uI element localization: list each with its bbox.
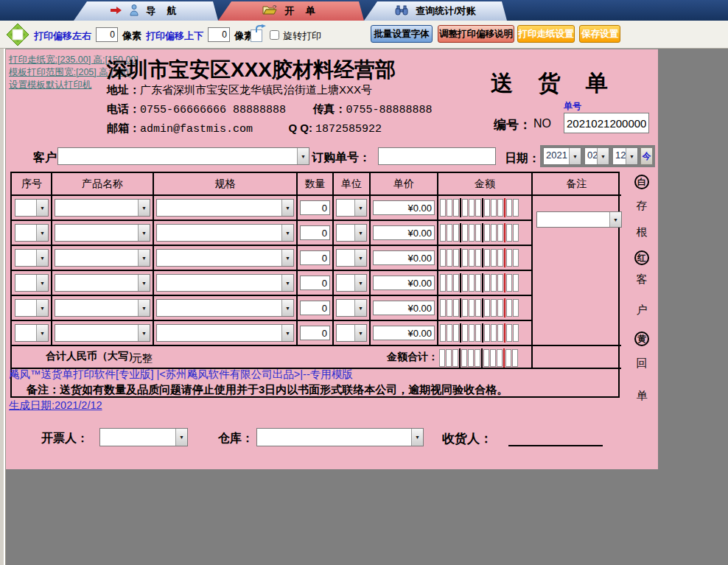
row2-price-input[interactable] <box>373 225 435 240</box>
chevron-down-icon[interactable]: ▼ <box>36 200 48 216</box>
chevron-down-icon[interactable]: ▼ <box>36 275 48 291</box>
batch-font-button[interactable]: 批量设置字体 <box>371 25 433 43</box>
chevron-down-icon[interactable]: ▼ <box>281 250 293 266</box>
row1-product-combobox[interactable]: ▼ <box>55 199 150 217</box>
offset-ud-input[interactable] <box>208 27 230 42</box>
row6-product-combobox[interactable]: ▼ <box>55 324 150 342</box>
money-cell <box>453 324 459 342</box>
remark-combobox[interactable]: ▼ <box>536 211 622 228</box>
chevron-down-icon[interactable]: ▼ <box>138 325 150 341</box>
row4-price-input[interactable] <box>373 276 435 290</box>
row6-qty-input[interactable] <box>300 326 330 340</box>
row6-price-input[interactable] <box>373 326 435 340</box>
chevron-down-icon[interactable]: ▼ <box>354 200 366 216</box>
row4-unit-combobox[interactable]: ▼ <box>336 274 367 292</box>
chevron-down-icon[interactable]: ▼ <box>36 300 48 316</box>
row5-price-input[interactable] <box>373 301 435 315</box>
row5-qty-input[interactable] <box>300 301 330 315</box>
chevron-down-icon[interactable]: ▼ <box>138 200 150 216</box>
row4-seq-combobox[interactable]: ▼ <box>15 274 49 292</box>
row1-unit-combobox[interactable]: ▼ <box>336 199 367 217</box>
row6-unit-combobox[interactable]: ▼ <box>336 324 367 342</box>
today-button[interactable]: 今 <box>640 147 653 165</box>
chevron-down-icon[interactable]: ▼ <box>281 300 293 316</box>
chevron-down-icon[interactable]: ▼ <box>411 429 423 446</box>
row3-seq-combobox[interactable]: ▼ <box>15 249 49 267</box>
chevron-down-icon[interactable]: ▼ <box>36 250 48 266</box>
date-label: 日期： <box>505 151 540 166</box>
row5-seq-combobox[interactable]: ▼ <box>15 299 49 317</box>
open-folder-icon <box>262 4 277 18</box>
chevron-down-icon[interactable]: ▼ <box>297 148 309 164</box>
chevron-down-icon[interactable]: ▼ <box>354 250 366 266</box>
row5-product-combobox[interactable]: ▼ <box>55 299 150 317</box>
row2-spec-combobox[interactable]: ▼ <box>156 224 294 242</box>
row2-product-combobox[interactable]: ▼ <box>55 224 150 242</box>
row4-product-combobox[interactable]: ▼ <box>55 274 150 292</box>
row5-spec-combobox[interactable]: ▼ <box>156 299 294 317</box>
row2-seq-combobox[interactable]: ▼ <box>15 224 49 242</box>
row3-spec-combobox[interactable]: ▼ <box>156 249 294 267</box>
chevron-down-icon[interactable]: ▼ <box>281 225 293 241</box>
doc-no-input[interactable] <box>564 113 649 133</box>
row1-spec-combobox[interactable]: ▼ <box>156 199 294 217</box>
rotate-print-checkbox[interactable] <box>270 30 279 40</box>
fax-label: 传真： <box>312 102 346 115</box>
qq-value: 1872585922 <box>315 123 382 136</box>
tab-billing[interactable]: 开 单 <box>218 1 364 21</box>
row4-qty-input[interactable] <box>300 276 330 290</box>
chevron-down-icon[interactable]: ▼ <box>281 325 293 341</box>
chevron-down-icon[interactable]: ▼ <box>138 275 150 291</box>
row5-unit-combobox[interactable]: ▼ <box>336 299 367 317</box>
set-default-printer-link[interactable]: 设置模板默认打印机 <box>9 79 92 91</box>
money-cell <box>505 349 511 367</box>
row6-spec-combobox[interactable]: ▼ <box>156 324 294 342</box>
chevron-down-icon[interactable]: ▼ <box>354 225 366 241</box>
chevron-down-icon[interactable]: ▼ <box>36 225 48 241</box>
date-year-dropdown[interactable]: 2021 ▼ <box>543 147 581 165</box>
money-cell <box>447 249 452 267</box>
row4-spec-combobox[interactable]: ▼ <box>156 274 294 292</box>
chevron-down-icon[interactable]: ▼ <box>354 275 366 291</box>
row2-unit-combobox[interactable]: ▼ <box>336 224 367 242</box>
offset-lr-input[interactable] <box>96 27 118 42</box>
po-number-input[interactable] <box>378 147 496 165</box>
row1-qty-input[interactable] <box>300 200 330 215</box>
chevron-down-icon[interactable]: ▼ <box>281 275 293 291</box>
warehouse-combobox[interactable]: ▼ <box>256 428 424 446</box>
customer-combobox[interactable]: ▼ <box>57 147 309 165</box>
money-cell <box>491 224 497 242</box>
row3-unit-combobox[interactable]: ▼ <box>336 249 367 267</box>
chevron-down-icon[interactable]: ▼ <box>36 325 48 341</box>
chevron-down-icon[interactable]: ▼ <box>281 200 293 216</box>
chevron-down-icon[interactable]: ▼ <box>354 300 366 316</box>
chevron-down-icon[interactable]: ▼ <box>569 148 581 164</box>
row3-product-combobox[interactable]: ▼ <box>55 249 150 267</box>
row3-price-input[interactable] <box>373 250 435 265</box>
tab-navigation[interactable]: 导 航 <box>74 1 218 21</box>
chevron-down-icon[interactable]: ▼ <box>138 300 150 316</box>
doc-title: 送 货 单 <box>491 69 617 99</box>
chevron-down-icon[interactable]: ▼ <box>354 325 366 341</box>
row2-qty-input[interactable] <box>300 225 330 240</box>
money-group-divider <box>482 248 483 267</box>
row1-price-input[interactable] <box>373 200 435 215</box>
date-month-dropdown[interactable]: 02 ▼ <box>584 147 609 165</box>
chevron-down-icon[interactable]: ▼ <box>138 250 150 266</box>
tab-query-stats[interactable]: 查询统计/对账 <box>364 1 507 21</box>
paper-feed-settings-button[interactable]: 打印走纸设置 <box>517 25 575 43</box>
date-day-dropdown[interactable]: 12 ▼ <box>612 147 638 165</box>
money-yuan-divider <box>503 348 505 368</box>
chevron-down-icon[interactable]: ▼ <box>609 212 621 227</box>
chevron-down-icon[interactable]: ▼ <box>597 148 609 164</box>
row1-seq-combobox[interactable]: ▼ <box>15 199 49 217</box>
save-settings-button[interactable]: 保存设置 <box>579 25 620 43</box>
chevron-down-icon[interactable]: ▼ <box>138 225 150 241</box>
generated-date-link[interactable]: 生成日期:2021/2/12 <box>9 399 102 413</box>
drawer-combobox[interactable]: ▼ <box>99 428 188 446</box>
row3-qty-input[interactable] <box>300 250 330 265</box>
chevron-down-icon[interactable]: ▼ <box>175 429 187 446</box>
row6-seq-combobox[interactable]: ▼ <box>15 324 49 342</box>
chevron-down-icon[interactable]: ▼ <box>626 148 637 164</box>
adjust-offset-help-button[interactable]: 调整打印偏移说明 <box>438 25 514 43</box>
